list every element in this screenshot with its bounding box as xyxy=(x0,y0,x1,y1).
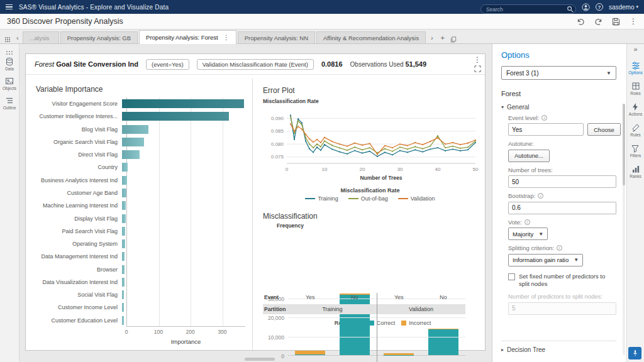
vi-bar[interactable] xyxy=(122,112,229,121)
event-level-input[interactable] xyxy=(508,123,584,136)
splitting-criterion-dropdown[interactable]: Information gain ratio ▼ xyxy=(508,254,583,266)
vi-bar[interactable] xyxy=(122,99,244,108)
metric-selector-chip[interactable]: Validation Misclassification Rate (Event… xyxy=(197,59,314,70)
autotune-button[interactable]: Autotune... xyxy=(508,150,550,162)
vi-bar[interactable] xyxy=(122,150,140,159)
svg-text:0.085: 0.085 xyxy=(271,128,284,134)
tab-overview-icon[interactable] xyxy=(4,34,11,40)
redo-icon[interactable] xyxy=(594,18,602,26)
user-avatar-icon[interactable] xyxy=(582,3,590,11)
rail-label: Objects xyxy=(3,86,16,90)
vi-bar[interactable] xyxy=(122,278,125,287)
rail-item-rules[interactable]: Rules xyxy=(630,123,641,137)
sidebar-item-outline[interactable]: Outline xyxy=(3,96,16,110)
info-icon[interactable]: i xyxy=(525,219,530,225)
menu-icon[interactable] xyxy=(6,4,13,10)
mis-bar[interactable] xyxy=(428,329,458,355)
maximize-icon[interactable] xyxy=(474,65,481,72)
rail-label: Outline xyxy=(3,106,16,110)
vi-bar[interactable] xyxy=(122,239,125,248)
vi-bar[interactable] xyxy=(122,163,128,172)
vi-bar[interactable] xyxy=(122,201,126,210)
user-menu[interactable]: sasdemo ▾ xyxy=(609,4,638,11)
rail-item-ranks[interactable]: Ranks xyxy=(630,165,641,178)
tabs-scroll-left-icon[interactable]: ‹ xyxy=(13,34,23,43)
vi-category-label: Browser xyxy=(28,266,122,273)
rail-handle-icon[interactable] xyxy=(6,47,13,52)
info-icon[interactable]: i xyxy=(557,245,562,251)
divider xyxy=(501,341,616,341)
vi-row: Organic Search Visit Flag xyxy=(28,136,245,148)
options-scrollbar[interactable] xyxy=(623,104,625,355)
number-of-trees-input[interactable] xyxy=(508,175,616,188)
vi-bar[interactable] xyxy=(122,138,144,146)
ranks-bars-icon xyxy=(631,165,640,173)
vi-bar[interactable] xyxy=(122,290,124,299)
object-selector-dropdown[interactable]: Forest 3 (1) ▼ xyxy=(501,66,616,80)
pushpin-icon xyxy=(631,349,639,357)
tab-propensity-gb[interactable]: Propensity Analysis: GB xyxy=(60,31,138,43)
rail-label: Ranks xyxy=(630,174,641,178)
vi-bar[interactable] xyxy=(122,265,125,274)
tabs-scroll-right-icon[interactable]: › xyxy=(427,34,437,43)
vote-value: Majority xyxy=(513,231,533,238)
tab-hidden-analysis[interactable]: ...alysis xyxy=(23,31,59,43)
right-toolbar: » Options Roles Actions Rules xyxy=(626,44,644,362)
info-icon[interactable]: i xyxy=(541,115,547,121)
vote-dropdown[interactable]: Majority ▼ xyxy=(508,228,548,240)
sidebar-item-data[interactable]: Data xyxy=(5,57,14,71)
vi-bar[interactable] xyxy=(122,227,125,236)
search-icon[interactable] xyxy=(567,4,574,11)
report-canvas: Forest Goal Site Conversion Ind (event=Y… xyxy=(19,44,492,362)
search-box[interactable] xyxy=(480,3,576,12)
collapse-panel-icon[interactable]: » xyxy=(633,45,637,53)
mis-bar[interactable] xyxy=(384,353,414,355)
vi-bar[interactable] xyxy=(122,303,124,312)
mis-yaxis: 010,00020,00030,000 xyxy=(263,293,286,356)
svg-text:30: 30 xyxy=(397,167,403,172)
legend-entry[interactable]: Training xyxy=(305,195,338,202)
legend-entry[interactable]: Validation xyxy=(398,195,435,202)
horizontal-scrollbar[interactable] xyxy=(245,358,275,361)
vi-bar[interactable] xyxy=(122,252,125,261)
legend-entry[interactable]: Out-of-bag xyxy=(348,195,388,202)
vi-bar[interactable] xyxy=(122,176,127,185)
misclassification-chart[interactable]: 010,00020,00030,000 Event YesNoYesNo Par… xyxy=(263,293,465,314)
variable-importance-chart: Variable Importance Visitor Engagement S… xyxy=(26,75,252,350)
rail-item-actions[interactable]: Actions xyxy=(629,102,642,116)
vi-bar[interactable] xyxy=(122,316,124,325)
vi-category-label: Social Visit Flag xyxy=(28,292,122,298)
rail-item-options[interactable]: Options xyxy=(628,61,642,75)
tab-propensity-nn[interactable]: Propensity Analysis: NN xyxy=(238,31,315,43)
object-menu-icon[interactable]: ⋮ xyxy=(474,56,481,63)
decision-tree-group-header[interactable]: ▸ Decision Tree xyxy=(501,346,616,353)
info-icon[interactable]: i xyxy=(538,193,543,199)
rules-brush-icon xyxy=(631,123,640,132)
add-page-icon[interactable]: + xyxy=(437,34,448,43)
sidebar-item-objects[interactable]: Objects xyxy=(3,77,16,90)
tab-affinity-recommendation[interactable]: Affinity & Recommendation Analysis xyxy=(316,31,426,43)
vi-bar[interactable] xyxy=(122,189,126,197)
pin-panel-button[interactable] xyxy=(628,347,641,359)
tab-propensity-forest[interactable]: Propensity Analysis: Forest ⋮ xyxy=(139,30,236,44)
rail-item-filters[interactable]: Filters xyxy=(630,144,641,158)
bootstrap-input[interactable] xyxy=(508,202,616,214)
mis-bar[interactable] xyxy=(295,351,325,355)
more-options-icon[interactable]: ⋮ xyxy=(630,18,637,25)
mis-bar[interactable] xyxy=(340,293,370,355)
undo-icon[interactable] xyxy=(577,18,585,26)
general-group-header[interactable]: ▾ General xyxy=(501,104,616,111)
error-plot-svg[interactable]: 0.0750.0800.0850.09001020304050Number of… xyxy=(263,106,479,185)
duplicate-page-icon[interactable] xyxy=(450,34,457,40)
vi-bar[interactable] xyxy=(122,125,148,134)
rail-item-roles[interactable]: Roles xyxy=(630,82,641,96)
help-icon[interactable]: ? xyxy=(596,3,603,11)
search-input[interactable] xyxy=(480,4,576,14)
choose-button[interactable]: Choose xyxy=(587,123,621,136)
fixed-predictors-checkbox[interactable] xyxy=(508,273,515,280)
vi-bar[interactable] xyxy=(122,214,126,223)
event-chip[interactable]: (event=Yes) xyxy=(146,59,189,70)
tab-menu-icon[interactable]: ⋮ xyxy=(223,35,230,41)
save-icon[interactable] xyxy=(612,18,620,26)
forest-object-card[interactable]: Forest Goal Site Conversion Ind (event=Y… xyxy=(25,53,486,351)
